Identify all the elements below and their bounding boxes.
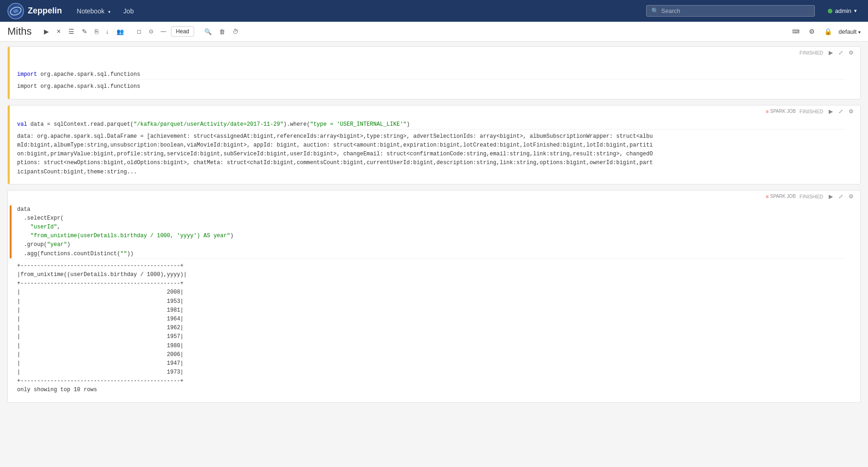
- keyboard-shortcut-btn[interactable]: ⌨: [789, 27, 802, 37]
- edit-button[interactable]: ✎: [79, 26, 90, 37]
- notebook-title: Miths: [7, 25, 32, 37]
- cell-1-expand-btn[interactable]: ⤢: [837, 49, 845, 57]
- schedule-button[interactable]: ⏱: [230, 26, 241, 37]
- cell-1: FINISHED ▶ ⤢ ⚙ import org.apache.spark.s…: [7, 46, 861, 99]
- cell-2-content: val data = sqlContext.read.parquet("/kaf…: [8, 116, 860, 184]
- navbar: Zeppelin Notebook ▾ Job 🔍 admin ▾: [0, 0, 868, 22]
- cell-1-left-bar: [8, 47, 10, 99]
- notebook-toolbar: ▶ ✕ ☰ ✎ ⎘ ↓ 👥 ◻ ⊙ — Head 🔍 🗑 ⏱: [41, 26, 242, 37]
- run-all-button[interactable]: ▶: [41, 26, 52, 37]
- head-button[interactable]: Head: [171, 26, 195, 37]
- cell-2-spark-badge: ≡ SPARK JOB: [766, 109, 796, 114]
- cell-2-output: data: org.apache.spark.sql.DataFrame = […: [17, 129, 853, 179]
- cell-2-left-bar: [8, 105, 10, 184]
- cell-2-settings-btn[interactable]: ⚙: [847, 107, 856, 116]
- cell-3-run-btn[interactable]: ▶: [827, 192, 835, 201]
- cell-2-toolbar: ▶ ⤢ ⚙: [827, 107, 856, 116]
- notebook-caret: ▾: [108, 9, 110, 14]
- cell-3-content: data .selectExpr( "userId", "from_unixti…: [8, 201, 860, 402]
- cell-2-expand-btn[interactable]: ⤢: [837, 107, 845, 116]
- cell-2-header: ≡ SPARK JOB FINISHED ▶ ⤢ ⚙: [8, 105, 860, 116]
- cell-2: ≡ SPARK JOB FINISHED ▶ ⤢ ⚙ val data = sq…: [7, 105, 861, 184]
- cell-3-settings-btn[interactable]: ⚙: [847, 192, 856, 201]
- brand[interactable]: Zeppelin: [7, 3, 62, 19]
- delete-button[interactable]: 🗑: [216, 26, 228, 37]
- stop-all-button[interactable]: ✕: [54, 26, 64, 37]
- spark-label: SPARK JOB: [770, 109, 795, 114]
- cell-3-status: FINISHED: [800, 194, 823, 199]
- user-caret: ▾: [854, 8, 857, 14]
- brand-name: Zeppelin: [28, 6, 62, 16]
- cell-1-header: FINISHED ▶ ⤢ ⚙: [8, 47, 860, 57]
- search-bar[interactable]: 🔍: [646, 5, 815, 17]
- cell-1-input: import org.apache.spark.sql.functions: [17, 61, 853, 79]
- interpreter-button[interactable]: default ▾: [838, 28, 861, 35]
- divider-btn[interactable]: —: [158, 26, 169, 37]
- cell-3-spark-icon: ≡: [766, 194, 769, 199]
- search-input[interactable]: [661, 7, 810, 14]
- user-name: admin: [835, 7, 851, 14]
- lock-btn[interactable]: 🔒: [821, 26, 835, 37]
- clone-button[interactable]: ⎘: [92, 26, 101, 37]
- settings-btn[interactable]: ⚙: [806, 26, 818, 37]
- cell-1-content: import org.apache.spark.sql.functions im…: [8, 57, 860, 99]
- main-content: FINISHED ▶ ⤢ ⚙ import org.apache.spark.s…: [0, 42, 868, 407]
- notebook-header: Miths ▶ ✕ ☰ ✎ ⎘ ↓ 👥 ◻ ⊙ — Head 🔍 🗑 ⏱ ⌨ ⚙…: [0, 22, 868, 42]
- cell-3-toolbar: ▶ ⤢ ⚙: [827, 192, 856, 201]
- cell-1-status: FINISHED: [800, 50, 823, 55]
- cell-3-spark-badge: ≡ SPARK JOB: [766, 194, 796, 199]
- cell-3-expand-btn[interactable]: ⤢: [837, 192, 845, 201]
- zeppelin-logo: [7, 3, 24, 19]
- paragraph-icon-btn[interactable]: ◻: [134, 26, 144, 37]
- find-button[interactable]: 🔍: [202, 26, 214, 37]
- cell-1-toolbar: ▶ ⤢ ⚙: [827, 49, 856, 57]
- run-option-btn[interactable]: ⊙: [146, 26, 156, 37]
- notebook-header-right: ⌨ ⚙ 🔒 default ▾: [789, 26, 861, 37]
- cell-3-header: ≡ SPARK JOB FINISHED ▶ ⤢ ⚙: [8, 190, 860, 201]
- collaborators-button[interactable]: 👥: [114, 26, 127, 37]
- cell-2-run-btn[interactable]: ▶: [827, 107, 835, 116]
- cell-3-output: +---------------------------------------…: [17, 259, 853, 398]
- nav-notebook[interactable]: Notebook ▾: [71, 5, 116, 18]
- cell-1-settings-btn[interactable]: ⚙: [847, 49, 856, 57]
- cell-2-input: val data = sqlContext.read.parquet("/kaf…: [17, 120, 853, 129]
- cell-1-output: import org.apache.spark.sql.functions: [17, 80, 853, 94]
- search-icon: 🔍: [651, 7, 659, 14]
- cell-3: ≡ SPARK JOB FINISHED ▶ ⤢ ⚙ data .selectE…: [7, 190, 861, 403]
- spark-icon: ≡: [766, 109, 769, 114]
- main-nav: Notebook ▾ Job: [71, 5, 139, 18]
- cell-3-spark-label: SPARK JOB: [770, 194, 795, 199]
- cell-2-status: FINISHED: [800, 109, 823, 114]
- cell-1-run-btn[interactable]: ▶: [827, 49, 835, 57]
- toggle-paragraphs-button[interactable]: ☰: [66, 26, 77, 37]
- cell-3-input: data .selectExpr( "userId", "from_unixti…: [17, 205, 853, 258]
- user-menu[interactable]: admin ▾: [824, 6, 861, 16]
- nav-job[interactable]: Job: [118, 5, 140, 18]
- export-button[interactable]: ↓: [103, 26, 112, 37]
- user-status-indicator: [828, 9, 832, 13]
- default-caret: ▾: [858, 30, 861, 35]
